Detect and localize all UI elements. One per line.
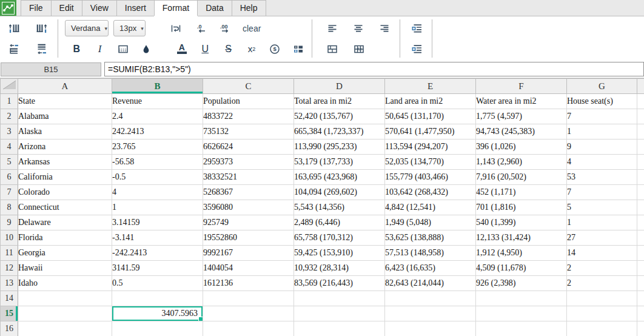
cell-C12[interactable]: 1404054 [203, 261, 294, 276]
cell-G7[interactable]: 7 [567, 185, 637, 200]
cell-C13[interactable]: 1612136 [203, 276, 294, 291]
row-header-12[interactable]: 12 [1, 261, 18, 276]
cell-G15[interactable] [567, 306, 637, 321]
cell-B5[interactable]: -56.58 [112, 155, 203, 170]
cell-A10[interactable]: Florida [18, 230, 112, 246]
cell-G14[interactable] [567, 291, 637, 306]
increase-decimal-icon[interactable]: .00 [213, 19, 238, 37]
strikethrough-button[interactable]: S [216, 40, 240, 58]
row-header-8[interactable]: 8 [1, 200, 18, 215]
insert-block-below-icon[interactable] [403, 40, 430, 58]
cell-E1[interactable]: Land area in mi2 [385, 94, 476, 109]
row-header-7[interactable]: 7 [1, 185, 18, 200]
borders-icon[interactable] [112, 40, 135, 58]
superscript-button[interactable]: x2 [240, 40, 263, 58]
cell-D4[interactable]: 113,990 (295,233) [294, 139, 385, 155]
column-header-D[interactable]: D [294, 79, 385, 94]
italic-button[interactable]: I [88, 40, 111, 58]
cell-D6[interactable]: 163,695 (423,968) [294, 170, 385, 185]
row-header-3[interactable]: 3 [1, 124, 18, 139]
cell-A11[interactable]: Georgia [18, 246, 112, 261]
cell-H7[interactable] [637, 185, 644, 200]
cell-H13[interactable] [637, 276, 644, 291]
cell-G6[interactable]: 53 [567, 170, 637, 185]
cell-B3[interactable]: 242.2413 [112, 124, 203, 139]
cell-B6[interactable]: -0.5 [112, 170, 203, 185]
cell-C5[interactable]: 2959373 [203, 155, 294, 170]
cell-reference-box[interactable]: B15 [1, 62, 101, 76]
cell-A14[interactable] [18, 291, 112, 306]
row-header-11[interactable]: 11 [1, 246, 18, 261]
cell-E12[interactable]: 6,423 (16,635) [385, 261, 476, 276]
menu-item-data[interactable]: Data [197, 0, 232, 16]
cell-B1[interactable]: Revenue [112, 94, 203, 109]
cell-H6[interactable] [637, 170, 644, 185]
cell-G12[interactable]: 2 [567, 261, 637, 276]
cell-H12[interactable] [637, 261, 644, 276]
cell-E13[interactable]: 82,643 (214,044) [385, 276, 476, 291]
cell-G8[interactable]: 5 [567, 200, 637, 215]
cell-H2[interactable] [637, 109, 644, 124]
insert-row-after-icon[interactable] [29, 40, 55, 58]
cell-H10[interactable] [637, 230, 644, 246]
row-header-6[interactable]: 6 [1, 170, 18, 185]
cell-D15[interactable] [294, 306, 385, 321]
column-header-partial[interactable] [637, 79, 644, 94]
cell-F15[interactable] [476, 306, 567, 321]
currency-format-icon[interactable]: $ [263, 40, 286, 58]
cell-E5[interactable]: 52,035 (134,770) [385, 155, 476, 170]
cell-E4[interactable]: 113,594 (294,207) [385, 139, 476, 155]
cell-G3[interactable]: 1 [567, 124, 637, 139]
cell-H16[interactable] [637, 321, 644, 336]
cell-D12[interactable]: 10,932 (28,314) [294, 261, 385, 276]
cell-A13[interactable]: Idaho [18, 276, 112, 291]
row-header-9[interactable]: 9 [1, 215, 18, 230]
row-header-1[interactable]: 1 [1, 94, 18, 109]
row-header-16[interactable]: 16 [1, 321, 18, 336]
cell-B16[interactable] [112, 321, 203, 336]
cell-H8[interactable] [637, 200, 644, 215]
cell-F11[interactable]: 1,912 (4,950) [476, 246, 567, 261]
cell-F5[interactable]: 1,143 (2,960) [476, 155, 567, 170]
formula-input[interactable] [104, 62, 644, 76]
fill-color-icon[interactable] [135, 40, 158, 58]
cell-G13[interactable]: 2 [567, 276, 637, 291]
cell-H14[interactable] [637, 291, 644, 306]
cell-G9[interactable]: 1 [567, 215, 637, 230]
cell-G1[interactable]: House seat(s) [567, 94, 637, 109]
cell-E16[interactable] [385, 321, 476, 336]
cell-B14[interactable] [112, 291, 203, 306]
cell-F7[interactable]: 452 (1,171) [476, 185, 567, 200]
cell-C6[interactable]: 38332521 [203, 170, 294, 185]
cell-C2[interactable]: 4833722 [203, 109, 294, 124]
column-header-B[interactable]: B [112, 79, 203, 94]
menu-item-help[interactable]: Help [232, 0, 266, 16]
cell-G4[interactable]: 9 [567, 139, 637, 155]
column-header-F[interactable]: F [476, 79, 567, 94]
font-size-dropdown[interactable]: 13px ▾ [113, 20, 146, 36]
cell-C8[interactable]: 3596080 [203, 200, 294, 215]
cell-E2[interactable]: 50,645 (131,170) [385, 109, 476, 124]
menu-item-view[interactable]: View [82, 0, 117, 16]
cell-G11[interactable]: 14 [567, 246, 637, 261]
cell-B7[interactable]: 4 [112, 185, 203, 200]
cell-C9[interactable]: 925749 [203, 215, 294, 230]
cell-A4[interactable]: Arizona [18, 139, 112, 155]
cell-H15[interactable] [637, 306, 644, 321]
cell-A1[interactable]: State [18, 94, 112, 109]
cell-E8[interactable]: 4,842 (12,541) [385, 200, 476, 215]
row-header-2[interactable]: 2 [1, 109, 18, 124]
row-header-10[interactable]: 10 [1, 230, 18, 246]
cell-D7[interactable]: 104,094 (269,602) [294, 185, 385, 200]
cell-H5[interactable] [637, 155, 644, 170]
cell-B12[interactable]: 3141.59 [112, 261, 203, 276]
menu-item-file[interactable]: File [21, 0, 52, 16]
cell-A9[interactable]: Delaware [18, 215, 112, 230]
bold-button[interactable]: B [65, 40, 88, 58]
menu-item-format[interactable]: Format [154, 0, 198, 16]
cell-H1[interactable] [637, 94, 644, 109]
font-name-dropdown[interactable]: Verdana ▾ [65, 20, 109, 36]
cell-F13[interactable]: 926 (2,398) [476, 276, 567, 291]
cell-D14[interactable] [294, 291, 385, 306]
decrease-decimal-icon[interactable]: .0 [189, 19, 213, 37]
